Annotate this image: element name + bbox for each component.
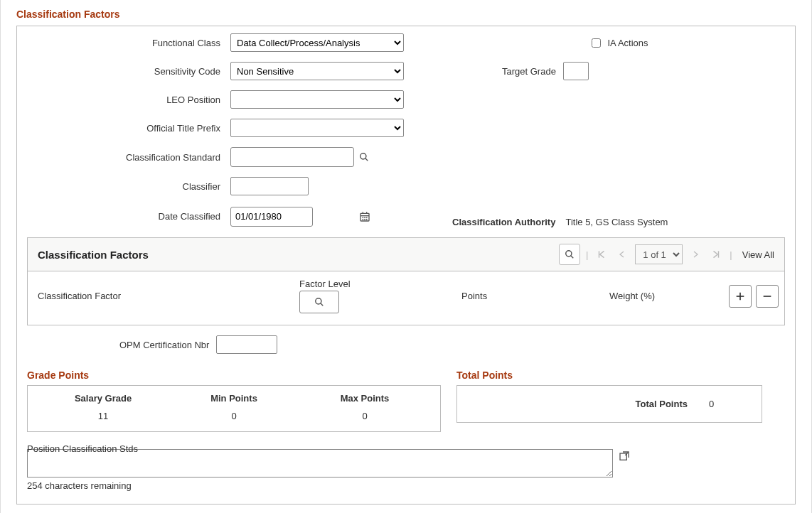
svg-point-6 <box>363 217 363 218</box>
total-points-value: 0 <box>709 399 752 409</box>
classifier-row: Classifier <box>27 177 424 195</box>
factors-grid: Classification Factors | 1 of 1 <box>27 237 785 325</box>
classification-standard-row: Classification Standard <box>27 147 424 167</box>
functional-class-row: Functional Class Data Collect/Process/An… <box>27 33 424 52</box>
official-title-prefix-row: Official Title Prefix <box>27 119 424 137</box>
classification-standard-input[interactable] <box>231 148 359 166</box>
grade-points-title: Grade Points <box>27 369 441 381</box>
classifier-label: Classifier <box>27 181 225 192</box>
functional-class-select[interactable]: Data Collect/Process/Analysis <box>230 33 404 52</box>
expand-icon[interactable] <box>619 449 630 462</box>
row-action-buttons <box>729 285 779 308</box>
target-grade-row: Target Grade <box>452 62 785 80</box>
official-title-prefix-select[interactable] <box>230 119 404 137</box>
opm-cert-input[interactable] <box>216 335 277 354</box>
grade-points-table: Salary Grade Min Points Max Points 11 0 … <box>27 385 441 432</box>
classification-authority-row: Classification Authority Title 5, GS Cla… <box>452 205 785 227</box>
ia-actions-checkbox[interactable] <box>592 38 601 48</box>
date-classified-row: Date Classified <box>27 205 424 227</box>
grid-title: Classification Factors <box>38 249 149 261</box>
col-weight: Weight (%) <box>609 291 723 301</box>
remove-row-button[interactable] <box>756 285 779 308</box>
chars-remaining: 254 characters remaining <box>27 480 785 491</box>
leo-position-label: LEO Position <box>27 95 225 105</box>
svg-point-10 <box>365 219 365 220</box>
grid-search-button[interactable] <box>559 244 580 265</box>
date-classified-label: Date Classified <box>27 211 225 222</box>
ia-actions-row: IA Actions <box>452 33 785 52</box>
svg-line-1 <box>365 158 368 161</box>
grade-points-block: Grade Points Salary Grade Min Points Max… <box>27 369 441 432</box>
total-points-block: Total Points Total Points 0 <box>456 369 762 432</box>
search-icon[interactable] <box>359 152 369 162</box>
calendar-icon[interactable] <box>359 211 370 222</box>
head-max-points: Max Points <box>299 393 430 404</box>
col-level-cell: Factor Level <box>299 279 456 313</box>
svg-point-12 <box>566 251 572 257</box>
col-points: Points <box>461 291 604 301</box>
points-row: Grade Points Salary Grade Min Points Max… <box>27 369 785 432</box>
svg-point-7 <box>365 217 365 218</box>
svg-point-16 <box>316 298 321 304</box>
val-min-points: 0 <box>169 411 299 421</box>
col-level: Factor Level <box>299 279 351 289</box>
add-row-button[interactable] <box>729 285 752 308</box>
classification-authority-label: Classification Authority <box>452 217 555 227</box>
sensitivity-code-select[interactable]: Non Sensitive <box>230 62 404 80</box>
val-max-points: 0 <box>299 411 430 421</box>
target-grade-label: Target Grade <box>502 66 556 77</box>
grid-columns-row: Classification Factor Factor Level Point… <box>28 271 784 325</box>
ia-actions-label: IA Actions <box>607 38 648 48</box>
grid-header: Classification Factors | 1 of 1 <box>28 238 784 271</box>
form-top: Functional Class Data Collect/Process/An… <box>27 33 785 227</box>
head-salary-grade: Salary Grade <box>38 393 169 404</box>
grid-toolbar: | 1 of 1 | <box>559 244 774 265</box>
svg-point-9 <box>363 219 363 220</box>
svg-point-0 <box>360 153 366 159</box>
val-salary-grade: 11 <box>38 411 169 421</box>
view-all-link[interactable]: View All <box>738 249 774 260</box>
classification-standard-lookup <box>230 147 354 167</box>
head-min-points: Min Points <box>169 393 299 404</box>
toolbar-sep: | <box>586 249 588 260</box>
leo-position-row: LEO Position <box>27 90 424 109</box>
section-title: Classification Factors <box>16 9 796 20</box>
page-select[interactable]: 1 of 1 <box>635 244 683 264</box>
toolbar-sep-2: | <box>730 249 732 260</box>
date-classified-input[interactable] <box>231 207 359 226</box>
last-page-icon[interactable] <box>708 249 724 259</box>
page-container: Classification Factors Functional Class … <box>0 0 812 513</box>
stds-block: Position Classification Stds 254 charact… <box>27 449 785 491</box>
functional-class-label: Functional Class <box>27 38 225 48</box>
stds-label: Position Classification Stds <box>27 443 138 454</box>
opm-cert-row: OPM Certification Nbr <box>27 335 785 354</box>
target-grade-input[interactable] <box>563 62 589 80</box>
classification-standard-label: Classification Standard <box>27 152 225 163</box>
next-page-icon[interactable] <box>688 250 703 259</box>
total-points-table: Total Points 0 <box>456 385 762 423</box>
col-factor: Classification Factor <box>38 291 294 301</box>
official-title-prefix-label: Official Title Prefix <box>27 123 225 134</box>
sensitivity-code-row: Sensitivity Code Non Sensitive <box>27 62 424 80</box>
total-points-label: Total Points <box>467 399 709 409</box>
date-classified-wrap <box>230 207 313 227</box>
first-page-icon[interactable] <box>594 249 609 259</box>
prev-page-icon[interactable] <box>615 250 629 259</box>
svg-point-11 <box>366 219 367 220</box>
leo-position-select[interactable] <box>230 90 404 109</box>
factor-level-lookup[interactable] <box>299 291 339 313</box>
classifier-input[interactable] <box>230 177 309 195</box>
stds-wrap <box>27 449 785 477</box>
classification-factors-box: Functional Class Data Collect/Process/An… <box>16 26 796 504</box>
svg-line-17 <box>321 303 324 306</box>
svg-line-13 <box>571 256 574 259</box>
svg-point-8 <box>366 217 367 218</box>
opm-cert-label: OPM Certification Nbr <box>119 340 209 350</box>
sensitivity-code-label: Sensitivity Code <box>27 66 225 77</box>
total-points-title: Total Points <box>456 369 762 381</box>
classification-authority-value: Title 5, GS Class System <box>565 217 668 227</box>
